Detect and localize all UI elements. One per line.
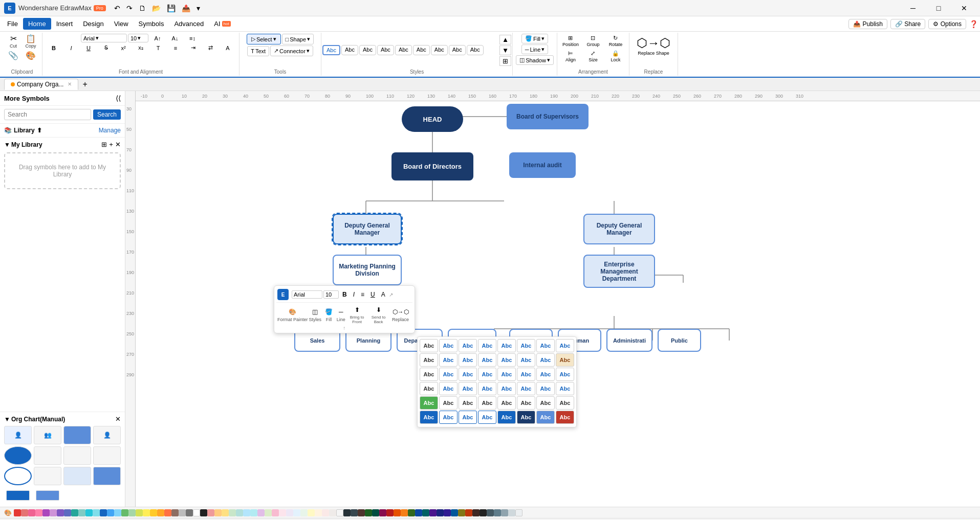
italic-button[interactable]: I — [63, 44, 79, 52]
sp-abc-40[interactable]: Abc — [556, 396, 574, 410]
color-green2[interactable] — [128, 509, 136, 516]
manage-button[interactable]: Manage — [99, 127, 121, 134]
color-extra-7[interactable] — [250, 509, 257, 516]
subscript-button[interactable]: x₂ — [133, 43, 149, 52]
menu-view[interactable]: View — [109, 18, 134, 30]
color-extra-29[interactable] — [408, 509, 415, 516]
head-box[interactable]: HEAD — [402, 106, 463, 132]
deputy-left-box[interactable]: Deputy General Manager — [333, 214, 402, 244]
symbol-lines-2[interactable] — [63, 446, 91, 465]
styles-scroll-down[interactable]: ▼ — [499, 46, 511, 55]
sp-abc-16[interactable]: Abc — [556, 353, 574, 367]
sp-abc-7[interactable]: Abc — [536, 339, 555, 352]
color-extra-11[interactable] — [279, 509, 286, 516]
color-extra-8[interactable] — [257, 509, 265, 516]
font-selector[interactable]: Arial▾ — [81, 34, 127, 42]
sp-abc-10[interactable]: Abc — [439, 353, 458, 367]
marketing-box[interactable]: Marketing Planning Division — [333, 255, 402, 285]
symbol-bar-1[interactable] — [6, 490, 30, 501]
font-align-button[interactable]: ≡↕ — [184, 34, 201, 42]
style-abc-4[interactable]: Abc — [377, 45, 394, 55]
color-teal2[interactable] — [78, 509, 85, 516]
sp-abc-36[interactable]: Abc — [478, 396, 496, 410]
sp-abc-44[interactable]: Abc — [478, 411, 496, 424]
styles-scroll-up[interactable]: ▲ — [499, 35, 511, 44]
sp-abc-19[interactable]: Abc — [459, 368, 477, 381]
sp-abc-22[interactable]: Abc — [517, 368, 535, 381]
sp-abc-17[interactable]: Abc — [420, 368, 438, 381]
help-button[interactable]: ❓ — [969, 20, 978, 28]
font-shrink-button[interactable]: A↓ — [167, 34, 183, 42]
symbol-bar-2[interactable] — [36, 490, 59, 501]
sp-abc-9[interactable]: Abc — [420, 353, 438, 367]
color-indigo[interactable] — [64, 509, 71, 516]
strikethrough-button[interactable]: S̶ — [98, 43, 114, 52]
float-italic-button[interactable]: I — [351, 289, 357, 300]
line-button[interactable]: ─ Line ▾ — [521, 44, 549, 54]
sp-abc-13[interactable]: Abc — [497, 353, 516, 367]
sp-abc-48[interactable]: Abc — [556, 411, 574, 424]
float-collapse-handle[interactable]: ↑ — [276, 325, 412, 331]
sp-abc-32[interactable]: Abc — [556, 382, 574, 395]
color-deeppurple[interactable] — [57, 509, 64, 516]
color-extra-26[interactable] — [386, 509, 394, 516]
float-send-back-button[interactable]: ⬇ — [374, 305, 384, 315]
float-line-button[interactable]: ─ — [336, 307, 346, 317]
panel-collapse-button[interactable]: ⟨⟨ — [116, 94, 121, 102]
color-extra-14[interactable] — [300, 509, 308, 516]
color-green[interactable] — [121, 509, 128, 516]
color-extra-28[interactable] — [401, 509, 408, 516]
shadow-button[interactable]: ◫ Shadow ▾ — [516, 55, 554, 65]
minimize-button[interactable]: ─ — [901, 1, 925, 15]
my-library-close-button[interactable]: ✕ — [115, 141, 121, 148]
color-extra-23[interactable] — [365, 509, 372, 516]
float-styles-button[interactable]: ◫ — [310, 307, 320, 317]
color-cyan[interactable] — [85, 509, 93, 516]
symbol-lines-1[interactable] — [34, 446, 61, 465]
style-abc-7[interactable]: Abc — [431, 45, 448, 55]
rotate-button[interactable]: ↻Rotate — [605, 34, 626, 48]
color-extra-4[interactable] — [229, 509, 236, 516]
text-dir-button[interactable]: ⇄ — [202, 43, 219, 52]
sp-abc-37[interactable]: Abc — [497, 396, 516, 410]
lock-button[interactable]: 🔒Lock — [605, 49, 626, 63]
float-align-button[interactable]: ≡ — [358, 289, 367, 300]
font-color-button[interactable]: A — [220, 44, 236, 52]
symbol-persons[interactable]: 👥 — [34, 426, 61, 444]
style-abc-5[interactable]: Abc — [395, 45, 412, 55]
color-picker-icon[interactable]: 🎨 — [4, 509, 12, 516]
connector-button[interactable]: ↗Connector▾ — [270, 46, 313, 56]
sp-abc-28[interactable]: Abc — [478, 382, 496, 395]
sp-abc-45[interactable]: Abc — [497, 411, 516, 424]
color-extra-17[interactable] — [322, 509, 329, 516]
float-underline-button[interactable]: U — [368, 289, 378, 300]
group-button[interactable]: ⊡Group — [583, 34, 603, 48]
new-button[interactable]: 🗋 — [137, 3, 148, 13]
close-button[interactable]: ✕ — [952, 1, 976, 15]
color-extra-24[interactable] — [372, 509, 379, 516]
sp-abc-31[interactable]: Abc — [536, 382, 555, 395]
float-replace-button[interactable]: ⬡→⬡ — [390, 307, 411, 317]
color-teal[interactable] — [71, 509, 78, 516]
sp-abc-26[interactable]: Abc — [439, 382, 458, 395]
color-extra-27[interactable] — [394, 509, 401, 516]
position-button[interactable]: ⊞Position — [560, 34, 581, 48]
color-extra-39[interactable] — [480, 509, 487, 516]
color-gray[interactable] — [179, 509, 186, 516]
symbol-lines-3[interactable] — [93, 446, 121, 465]
menu-home[interactable]: Home — [23, 18, 51, 30]
list-button[interactable]: ≡ — [167, 44, 184, 52]
cut-button[interactable]: ✂Cut — [5, 34, 21, 50]
format-copy-button[interactable]: 🎨 — [23, 51, 39, 61]
color-extra-30[interactable] — [415, 509, 422, 516]
underline-button[interactable]: U — [80, 44, 97, 52]
color-extra-43[interactable] — [508, 509, 515, 516]
color-extra-41[interactable] — [494, 509, 501, 516]
color-lime[interactable] — [136, 509, 143, 516]
color-extra-22[interactable] — [358, 509, 365, 516]
share-button[interactable]: 🔗 Share — [890, 19, 925, 29]
sp-abc-21[interactable]: Abc — [497, 368, 516, 381]
style-abc-2[interactable]: Abc — [341, 45, 358, 55]
symbol-rect-lines-1[interactable] — [34, 467, 61, 485]
options-button[interactable]: ⚙ Options — [928, 19, 966, 29]
